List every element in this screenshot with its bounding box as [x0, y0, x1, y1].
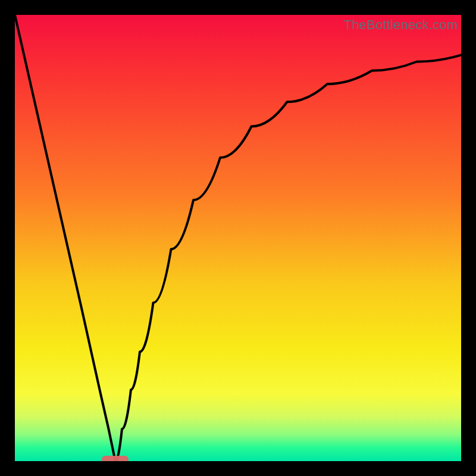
- plot-area: TheBottleneck.com: [15, 15, 461, 461]
- bottleneck-curve: [15, 15, 461, 461]
- chart-frame: TheBottleneck.com: [0, 0, 476, 476]
- watermark-label: TheBottleneck.com: [343, 17, 458, 33]
- curve-svg: [15, 15, 461, 461]
- optimum-marker: [102, 456, 129, 461]
